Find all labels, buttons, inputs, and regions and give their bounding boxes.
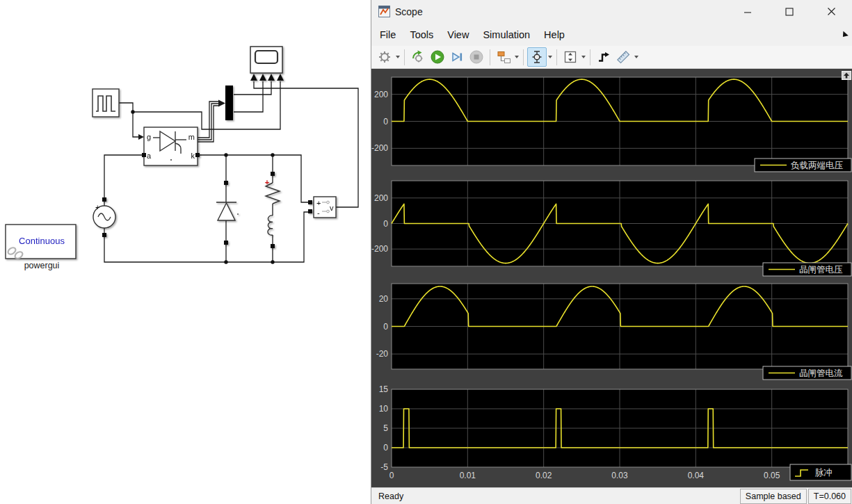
configuration-properties-button[interactable] [375,47,394,67]
terminal-minus [102,233,106,237]
wire-m-bus-1 [198,101,218,138]
terminal-bottom [271,244,275,248]
cursor-measurements-button[interactable] [527,47,547,67]
pulse-generator-block[interactable] [93,89,119,117]
wire-bottom-bus [104,212,310,262]
terminal-top [271,172,275,176]
y-tick-label: 0 [383,219,388,229]
sim-time-indicator: T=0.060 [808,489,851,504]
scope-input-ports [250,74,284,81]
run-button[interactable] [428,47,447,67]
x-tick-label: 0.01 [460,471,476,480]
y-tick-label: 10 [379,404,389,414]
window-title: Scope [395,6,423,17]
status-bar: Ready Sample based T=0.060 [371,487,852,504]
scope-plot-3: 200-20晶闸管电流 [376,284,851,380]
terminal-k [195,153,200,157]
terminal-top [224,181,228,185]
wire-demux-out2-to-scope2 [234,81,263,112]
measurements-button[interactable] [613,47,633,67]
y-tick-label: 5 [383,423,388,433]
signal-selector-caret[interactable] [513,48,520,66]
scope-plot-1: 2000-200负载两端电压 [371,77,851,172]
wire-m-bus-3 [198,106,218,142]
menu-simulation[interactable]: Simulation [476,29,537,40]
simulink-model-canvas: g a m k + + [0,0,371,504]
y-tick-label: 15 [379,384,389,394]
port-label-g: g [147,133,151,141]
span-icon [563,49,578,65]
y-tick-label: 200 [374,193,388,203]
port-label-k: k [191,152,195,160]
legend-label: 晶闸管电压 [799,265,843,275]
cursor-measurements-caret[interactable] [547,48,553,66]
powergui-mode-text: Continuous [19,236,65,246]
toolbar [371,46,852,69]
scope-block[interactable] [250,47,284,81]
configuration-dropdown-caret[interactable] [394,48,401,66]
demux-block[interactable] [225,86,233,120]
highlight-simulink-block-button[interactable] [408,47,428,67]
trigger-button[interactable] [594,47,613,67]
x-tick-label: 0.02 [536,471,552,480]
step-icon [449,49,465,65]
terminal-minus [308,209,312,213]
play-icon [430,49,445,65]
thyristor-dot [170,159,172,161]
scope-display-area: 2000-200负载两端电压2000-200晶闸管电压200-20晶闸管电流15… [371,69,852,487]
x-tick-label: 0.03 [611,471,628,480]
terminal-plus [102,197,106,202]
legend: 负载两端电压 [755,158,851,172]
voltage-measurement-block[interactable]: + - v [308,197,336,218]
x-tick-label: 0 [389,471,394,480]
thyristor-block[interactable]: g a m k [142,127,200,165]
terminal-bottom [224,241,228,245]
wire-vm-to-scope1 [254,81,358,207]
stop-button[interactable] [467,47,486,67]
wire-k-bus [198,155,310,202]
powergui-block[interactable]: Continuous [6,225,76,260]
legend: 晶闸管电流 [763,366,851,380]
status-text: Ready [378,491,403,501]
sample-mode-indicator: Sample based [740,489,807,504]
signal-selector-button[interactable] [494,47,513,67]
menu-overflow-arrow-icon[interactable] [842,29,850,42]
scope-plot-2: 2000-200晶闸管电压 [371,181,851,276]
menu-tools[interactable]: Tools [403,29,440,40]
signal-blocks-icon [496,49,511,65]
y-tick-label: -5 [380,462,388,472]
maximize-button[interactable] [769,0,810,23]
y-tick-label: -200 [371,143,388,153]
scope-app-icon [378,6,390,17]
menu-file[interactable]: File [371,29,403,40]
x-tick-label: 0.04 [688,471,705,480]
wire-a-to-source [104,155,144,197]
y-tick-label: -20 [376,349,389,359]
menu-bar: File Tools View Simulation Help [371,23,852,46]
diode-block[interactable] [216,181,239,245]
span-axes-button[interactable] [561,47,580,67]
minimize-button[interactable] [727,0,769,23]
wire-m-bus-2 [198,104,218,140]
close-button[interactable] [810,0,852,23]
legend-label: 晶闸管电流 [799,368,843,378]
span-axes-caret[interactable] [580,48,586,66]
terminal-plus [308,200,312,204]
x-tick-label: 0.05 [764,471,780,480]
powergui-block-label: powergui [24,261,60,270]
step-forward-button[interactable] [447,47,467,67]
maximize-axes-icon[interactable] [842,70,851,83]
menu-help[interactable]: Help [537,29,572,40]
source-polarity-plus: + [95,203,99,211]
cursor-icon [529,49,545,65]
measurements-caret[interactable] [633,48,639,66]
title-bar[interactable]: Scope [371,0,852,23]
gear-icon [377,49,392,65]
menu-view[interactable]: View [440,29,476,40]
port-label-m: m [188,133,195,141]
trigger-icon [596,49,611,65]
y-tick-label: 20 [379,294,389,304]
inductor-icon [268,216,273,235]
gear-arrow-icon [410,49,426,65]
y-tick-label: 0 [383,443,388,453]
